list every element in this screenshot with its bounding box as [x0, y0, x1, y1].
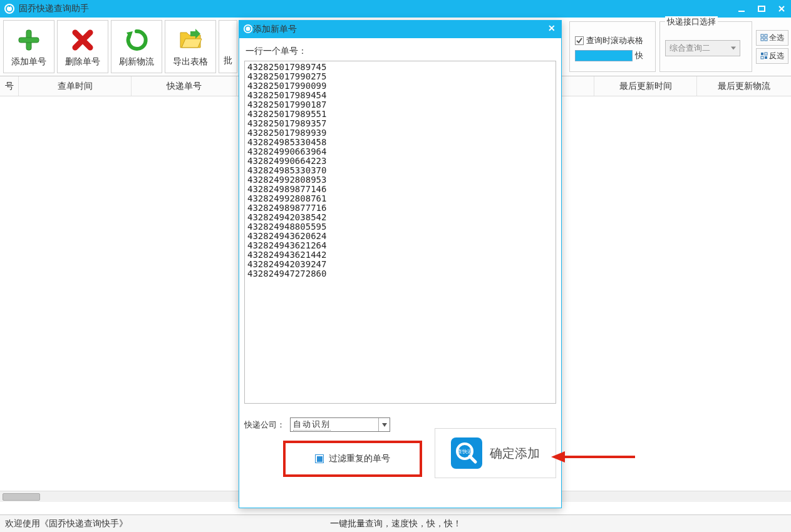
speed-progress: 快 — [575, 50, 650, 61]
col-query-time[interactable]: 查单时间 — [19, 76, 132, 96]
confirm-add-button[interactable]: 查快递 确定添加 — [435, 428, 556, 478]
delete-x-icon — [69, 26, 96, 54]
interface-group: 快递接口选择 综合查询二 — [659, 21, 752, 72]
main-titlebar: 固乔快递查询助手 — [0, 0, 791, 18]
toolbar-label: 刷新物流 — [119, 56, 154, 68]
checkbox-label: 查询时滚动表格 — [586, 35, 643, 46]
svg-rect-16 — [765, 53, 767, 55]
svg-rect-8 — [19, 38, 39, 43]
minimize-button[interactable] — [736, 3, 747, 14]
scroll-option-group: 查询时滚动表格 快 — [569, 21, 656, 72]
col-last-update-logi[interactable]: 最后更新物流 — [697, 76, 791, 96]
filter-duplicate-checkbox[interactable] — [315, 454, 324, 463]
toolbar-label: 导出表格 — [173, 56, 208, 68]
status-center: 一键批量查询，速度快，快，快！ — [330, 518, 462, 529]
invert-selection-button[interactable]: 反选 — [756, 48, 788, 64]
svg-text:查快递: 查快递 — [457, 449, 472, 454]
right-option-groups: 查询时滚动表格 快 快递接口选择 综合查询二 全选 反选 — [569, 19, 788, 74]
svg-rect-18 — [765, 56, 767, 59]
scroll-on-query-checkbox[interactable]: 查询时滚动表格 — [575, 35, 650, 46]
dialog-icon — [243, 24, 253, 36]
toolbar-label: 添加单号 — [11, 56, 46, 68]
col-seq[interactable]: 号 — [0, 76, 19, 96]
delete-tracking-button[interactable]: 删除单号 — [57, 20, 108, 73]
search-express-icon: 查快递 — [451, 437, 482, 469]
checkbox-icon — [575, 36, 584, 45]
scroll-thumb[interactable] — [3, 493, 40, 501]
filter-duplicate-highlight: 过滤重复的单号 — [283, 441, 422, 477]
svg-line-23 — [470, 456, 475, 462]
folder-export-icon — [177, 26, 204, 54]
svg-rect-4 — [758, 6, 765, 11]
export-table-button[interactable]: 导出表格 — [165, 20, 216, 73]
select-all-button[interactable]: 全选 — [756, 30, 788, 46]
select-value: 综合查询二 — [670, 43, 710, 53]
dialog-titlebar: 添加新单号 ✕ — [239, 21, 561, 38]
chevron-down-icon — [378, 418, 390, 431]
svg-rect-12 — [765, 34, 767, 37]
window-controls — [736, 0, 787, 18]
company-select-value: 自动识别 — [293, 419, 331, 431]
statusbar: 欢迎使用《固乔快递查询快手》 一键批量查询，速度快，快，快！ — [0, 514, 791, 532]
close-button[interactable] — [776, 3, 787, 14]
toolbar-label: 删除单号 — [65, 56, 100, 68]
add-tracking-button[interactable]: 添加单号 — [3, 20, 54, 73]
app-icon — [4, 3, 15, 14]
refresh-icon — [123, 26, 150, 54]
group-legend: 快递接口选择 — [665, 16, 718, 28]
interface-select[interactable]: 综合查询二 — [665, 40, 740, 56]
progress-bar — [575, 50, 633, 61]
batch-button[interactable]: 批 — [219, 20, 237, 73]
dialog-title: 添加新单号 — [253, 24, 297, 35]
button-label: 反选 — [769, 51, 784, 61]
grid-icon — [760, 34, 768, 41]
button-label: 全选 — [769, 33, 784, 43]
grid-icon — [760, 52, 768, 59]
toolbar-label: 批 — [224, 55, 232, 66]
svg-rect-14 — [765, 38, 767, 41]
col-last-update-time[interactable]: 最后更新时间 — [594, 76, 697, 96]
company-label: 快递公司： — [244, 419, 285, 431]
svg-rect-17 — [761, 56, 763, 59]
status-left: 欢迎使用《固乔快递查询快手》 — [5, 518, 128, 529]
dialog-close-button[interactable]: ✕ — [546, 23, 557, 33]
tracking-numbers-textarea[interactable] — [244, 61, 556, 404]
maximize-button[interactable] — [756, 3, 767, 14]
company-select[interactable]: 自动识别 — [290, 417, 390, 432]
svg-marker-21 — [382, 423, 387, 427]
svg-rect-15 — [761, 53, 763, 55]
confirm-label: 确定添加 — [490, 445, 540, 462]
app-title: 固乔快递查询助手 — [19, 3, 89, 14]
svg-rect-2 — [9, 5, 10, 7]
speed-label: 快 — [635, 50, 643, 61]
col-tracking[interactable]: 快递单号 — [132, 76, 237, 96]
svg-rect-11 — [761, 34, 763, 37]
svg-rect-13 — [761, 38, 763, 41]
plus-icon — [15, 26, 43, 54]
add-tracking-dialog: 添加新单号 ✕ 一行一个单号： 快递公司： 自动识别 过滤重复的单号 — [239, 20, 562, 508]
filter-duplicate-label: 过滤重复的单号 — [329, 453, 390, 464]
refresh-logi-button[interactable]: 刷新物流 — [111, 20, 162, 73]
dialog-prompt: 一行一个单号： — [246, 46, 556, 57]
